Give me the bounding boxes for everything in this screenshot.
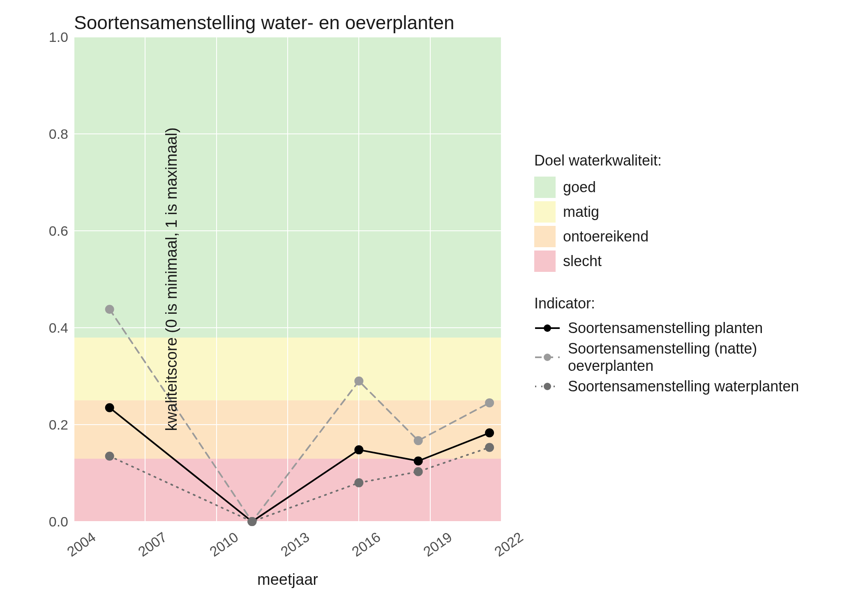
svg-point-5	[544, 383, 551, 390]
svg-point-1	[544, 324, 551, 332]
x-tick-label: 2007	[135, 529, 170, 560]
y-tick-label: 0.4	[49, 320, 68, 336]
series-point	[354, 377, 363, 386]
x-tick-label: 2010	[207, 529, 241, 560]
legend-label: ontoereikend	[563, 228, 648, 245]
swatch-matig	[534, 201, 556, 223]
legend-band-matig: matig	[534, 201, 847, 223]
y-tick-label: 0.0	[49, 514, 68, 530]
legend-indicator-title: Indicator:	[534, 295, 847, 312]
y-tick-label: 1.0	[49, 29, 68, 45]
swatch-slecht	[534, 251, 556, 272]
x-tick-label: 2022	[491, 529, 526, 560]
x-tick-label: 2016	[349, 529, 383, 560]
series-point	[105, 403, 114, 412]
x-tick-label: 2004	[64, 529, 99, 560]
series-point	[105, 305, 114, 314]
series-point	[354, 445, 363, 454]
chart-title: Soortensamenstelling water- en oeverplan…	[74, 11, 455, 34]
legend-bands-title: Doel waterkwaliteit:	[534, 152, 847, 169]
series-point	[414, 457, 423, 466]
legend-series-key	[534, 321, 561, 336]
legend-series-label: Soortensamenstelling waterplanten	[568, 378, 799, 395]
svg-point-3	[544, 354, 551, 361]
y-axis-title: kwaliteitscore (0 is minimaal, 1 is maxi…	[163, 127, 180, 431]
legend-series-key	[534, 350, 561, 365]
legend-series-row: Soortensamenstelling planten	[534, 319, 847, 337]
series-point	[414, 467, 423, 476]
swatch-goed	[534, 177, 556, 198]
legend-label: matig	[563, 203, 599, 221]
series-point	[414, 436, 423, 445]
y-tick-label: 0.8	[49, 126, 68, 142]
series-point	[354, 478, 363, 487]
x-tick-label: 2013	[278, 529, 312, 560]
series-point	[485, 443, 494, 452]
legend-series-label: Soortensamenstelling planten	[568, 319, 763, 337]
series-point	[485, 428, 494, 437]
swatch-ontoereikend	[534, 226, 556, 247]
y-tick-label: 0.6	[49, 223, 68, 239]
plot-area: meetjaar kwaliteitscore (0 is minimaal, …	[74, 37, 501, 522]
series-point	[247, 517, 256, 526]
legend-series-key	[534, 379, 561, 394]
legend-series-label: Soortensamenstelling (natte) oeverplante…	[568, 340, 847, 375]
legend-band-slecht: slecht	[534, 251, 847, 272]
legend-series-row: Soortensamenstelling waterplanten	[534, 378, 847, 395]
series-point	[485, 398, 494, 407]
legend-label: slecht	[563, 253, 602, 270]
legend-band-goed: goed	[534, 177, 847, 198]
legend-series-row: Soortensamenstelling (natte) oeverplante…	[534, 340, 847, 375]
legend: Doel waterkwaliteit: goed matig ontoerei…	[534, 152, 847, 398]
lines-layer	[74, 37, 501, 522]
series-point	[105, 452, 114, 461]
x-tick-label: 2019	[420, 529, 455, 560]
x-axis-title: meetjaar	[74, 571, 501, 588]
y-tick-label: 0.2	[49, 417, 68, 433]
legend-label: goed	[563, 179, 596, 196]
legend-band-ontoereikend: ontoereikend	[534, 226, 847, 247]
